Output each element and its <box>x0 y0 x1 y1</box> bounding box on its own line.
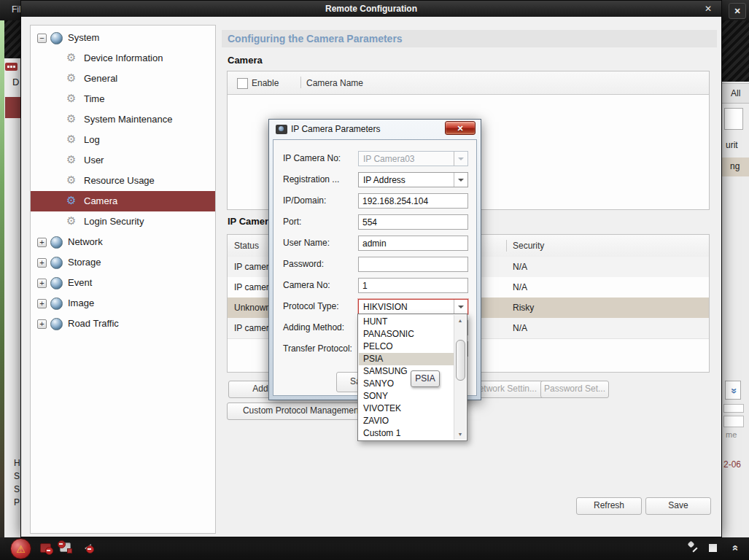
sidebar-item-storage[interactable]: Storage <box>31 252 215 273</box>
time-label-fragment: me <box>726 430 737 439</box>
dropdown-option[interactable]: PANASONIC <box>359 328 454 341</box>
background-right-panel: All urit ng « me 2-06 <box>722 82 749 537</box>
sidebar-item-event[interactable]: Event <box>31 273 215 293</box>
capture-disabled-icon[interactable] <box>60 542 71 552</box>
sidebar-item-network[interactable]: Network <box>31 232 215 252</box>
background-left-panel: D H S S P <box>4 58 20 537</box>
field-label: Camera No: <box>283 280 330 290</box>
psia-tooltip: PSIA <box>411 370 440 387</box>
field-label: Adding Method: <box>283 322 344 332</box>
gear-icon <box>66 133 76 146</box>
enable-column-header: Enable <box>252 78 279 88</box>
protocol-type-select[interactable]: HIKVISION <box>358 299 468 314</box>
sidebar-item-login-security[interactable]: Login Security <box>31 211 215 232</box>
dropdown-option[interactable]: VIVOTEK <box>359 402 454 415</box>
close-icon[interactable]: ✕ <box>702 3 714 15</box>
expand-icon[interactable] <box>37 258 47 268</box>
page-title: Configuring the Camera Parameters <box>228 30 403 47</box>
dropdown-option[interactable]: SONY <box>359 390 454 402</box>
scroll-down-icon[interactable]: ▼ <box>454 429 466 439</box>
chevron-down-icon <box>454 300 467 314</box>
restore-window-icon[interactable] <box>709 544 717 552</box>
status-column-header: Status <box>234 241 259 251</box>
category-globe-icon <box>50 236 63 249</box>
camera-section-label: Camera <box>228 55 263 66</box>
password-settings-button[interactable]: Password Set... <box>540 381 609 398</box>
dropdown-option[interactable]: PELCO <box>359 341 454 353</box>
category-globe-icon <box>50 318 63 330</box>
save-button[interactable]: Save <box>645 497 711 515</box>
category-globe-icon <box>50 298 63 310</box>
custom-protocol-management-button[interactable]: Custom Protocol Management <box>227 402 377 420</box>
input-fragment[interactable] <box>724 108 743 130</box>
ip-domain-input[interactable] <box>358 193 468 209</box>
alarm-warning-icon[interactable]: ⚠ <box>10 538 31 559</box>
expand-icon[interactable] <box>37 238 47 247</box>
security-column-header: Security <box>513 241 544 251</box>
gear-icon <box>66 51 76 64</box>
enable-all-checkbox[interactable] <box>237 78 248 89</box>
dropdown-option[interactable]: HUNT <box>359 316 454 328</box>
sidebar-item-time[interactable]: Time <box>31 89 215 109</box>
dropdown-option-selected[interactable]: PSIA <box>359 353 454 365</box>
sidebar-item-system-maintenance[interactable]: System Maintenance <box>31 109 215 130</box>
ip-camera-no-select[interactable]: IP Camera03 <box>358 151 468 166</box>
sidebar-item-road-traffic[interactable]: Road Traffic <box>31 314 215 334</box>
camera-no-input[interactable] <box>358 278 468 293</box>
collapse-bar-icon[interactable]: « <box>729 542 742 555</box>
registration-mode-select[interactable]: IP Address <box>358 172 468 187</box>
sidebar-item-camera[interactable]: Camera <box>31 191 215 211</box>
expand-icon[interactable] <box>37 279 47 288</box>
sidebar-item-device-information[interactable]: Device Information <box>31 48 215 69</box>
sidebar-item-general[interactable]: General <box>31 69 215 89</box>
close-button[interactable]: ✕ <box>445 121 476 135</box>
gear-icon <box>66 112 76 125</box>
collapse-icon[interactable] <box>37 34 47 43</box>
dropdown-option[interactable]: SANYO <box>359 378 454 390</box>
text-fragment: S <box>14 471 20 481</box>
camera-table-header: Enable Camera Name <box>228 71 709 95</box>
pin-icon[interactable] <box>688 542 702 555</box>
ip-camera-section-label: IP Camera <box>228 216 273 227</box>
device-icon <box>5 63 18 71</box>
user-name-input[interactable] <box>358 236 468 251</box>
dropdown-option[interactable]: ZAVIO <box>359 415 454 427</box>
expand-icon[interactable] <box>37 299 47 308</box>
selected-row-fragment: ng <box>722 158 749 176</box>
gear-icon <box>66 194 76 207</box>
settings-tree: System Device Information General Time S… <box>30 25 216 534</box>
device-name-fragment: D <box>12 77 19 88</box>
audio-muted-icon[interactable] <box>80 544 91 553</box>
expand-panel-button[interactable]: « <box>725 381 741 400</box>
input-fragment[interactable] <box>723 416 744 427</box>
password-input[interactable] <box>358 257 468 272</box>
input-fragment[interactable] <box>723 404 744 413</box>
device-offline-icon[interactable] <box>40 543 51 553</box>
dropdown-option[interactable]: SAMSUNG <box>359 365 454 378</box>
sidebar-item-user[interactable]: User <box>31 150 215 171</box>
field-label: Port: <box>283 217 301 227</box>
sidebar-item-log[interactable]: Log <box>31 130 215 150</box>
refresh-button[interactable]: Refresh <box>576 497 642 515</box>
scroll-up-icon[interactable]: ▲ <box>454 316 466 325</box>
sidebar-item-system[interactable]: System <box>31 28 215 48</box>
port-input[interactable] <box>358 214 468 230</box>
field-label: Transfer Protocol: <box>283 343 352 354</box>
window-title: Remote Configuration <box>21 1 721 17</box>
sidebar-item-resource-usage[interactable]: Resource Usage <box>31 171 215 191</box>
dropdown-option[interactable]: Custom 1 <box>359 427 454 440</box>
scrollbar-thumb[interactable] <box>456 340 465 381</box>
screen: File ✕ D H S S P All urit ng « me 2-06 ⚠ <box>0 0 749 560</box>
app-texture-left <box>4 20 20 58</box>
expand-icon[interactable] <box>37 319 47 329</box>
dropdown-scrollbar[interactable]: ▲ ▼ <box>454 315 466 440</box>
refresh-all-button-fragment[interactable]: All <box>722 83 749 104</box>
selected-device-fragment <box>5 97 20 118</box>
category-globe-icon <box>50 257 63 269</box>
app-close-button[interactable]: ✕ <box>729 3 746 19</box>
chevron-down-icon <box>454 173 467 187</box>
field-label: Registration ... <box>283 174 339 184</box>
field-label: IP Camera No: <box>283 153 341 163</box>
sidebar-item-image[interactable]: Image <box>31 293 215 314</box>
category-globe-icon <box>50 32 63 44</box>
